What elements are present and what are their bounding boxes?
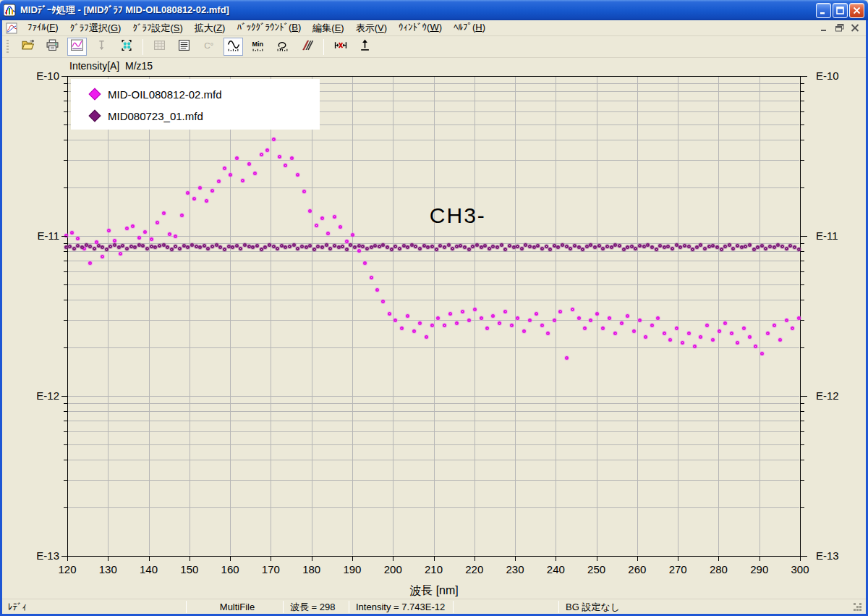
y-tick-minor [801, 460, 804, 460]
app-icon [4, 4, 17, 17]
data-point [143, 230, 147, 234]
y-tick-major [61, 236, 67, 237]
y-tick-major [61, 556, 67, 557]
data-point [357, 249, 361, 253]
y-tick-minor [801, 284, 804, 285]
title-bar[interactable]: MIDﾃﾞｰﾀ処理 - [MIDｸﾞﾗﾌ MID-OIL080812-02.mf… [0, 0, 868, 20]
x-tick [149, 557, 150, 561]
x-tick [637, 557, 638, 561]
y-tick-minor [801, 347, 804, 348]
toolbar-separator [323, 39, 324, 55]
x-tick-label: 230 [499, 563, 531, 575]
data-point [791, 326, 794, 330]
x-tick [108, 557, 109, 561]
data-point [398, 247, 401, 250]
export-up-button[interactable] [355, 38, 375, 56]
document-graph-icon[interactable] [6, 22, 17, 34]
data-point [565, 245, 569, 248]
menu-item-zoom[interactable]: 拡大(Z) [189, 20, 231, 36]
list-view-button[interactable] [174, 38, 194, 56]
data-point [345, 248, 349, 251]
data-point [720, 248, 723, 251]
data-point [498, 321, 501, 325]
menu-item-file[interactable]: ﾌｧｲﾙ(F) [22, 20, 64, 36]
status-panel-spare [456, 601, 560, 613]
data-point [328, 247, 332, 250]
chart-annotation: CH3- [430, 203, 486, 228]
y-tick-label: E-12 [26, 389, 59, 402]
data-point [390, 248, 393, 251]
y-tick-minor [64, 411, 67, 412]
data-point [203, 244, 206, 248]
data-point [418, 247, 422, 250]
y-tick-minor [64, 271, 67, 272]
clear-zoom-button[interactable] [331, 38, 350, 56]
chart-area[interactable]: Intensity[A] M/z15 MID-OIL080812-02.mfdM… [0, 0, 868, 616]
child-minimize-button[interactable] [819, 23, 830, 33]
data-point [508, 244, 511, 248]
data-point [425, 335, 428, 339]
data-point [235, 244, 239, 248]
data-point [691, 248, 694, 251]
fit-view-button[interactable] [116, 38, 136, 56]
menu-item-help[interactable]: ﾍﾙﾌﾟ(H) [448, 20, 491, 36]
temperature-axis-button: C° [199, 38, 218, 56]
data-point [728, 243, 731, 247]
data-point [280, 244, 284, 248]
y-tick-minor [801, 507, 804, 508]
x-tick-label: 220 [459, 563, 490, 575]
data-point [535, 312, 538, 316]
y-tick-major [61, 396, 67, 397]
data-point [655, 248, 658, 251]
data-point [217, 180, 221, 183]
y-tick-minor [801, 91, 804, 92]
y-tick-minor [801, 431, 804, 432]
data-point [455, 321, 459, 325]
menu-item-edit[interactable]: 編集(E) [307, 20, 349, 36]
y-tick-minor [64, 300, 67, 300]
data-point [797, 316, 801, 320]
data-point [105, 248, 109, 251]
menu-item-background[interactable]: ﾊﾞｯｸｸﾞﾗｳﾝﾄﾞ(B) [231, 20, 307, 36]
y-tick-label: E-11 [816, 229, 849, 242]
data-point [156, 221, 159, 224]
x-tick-label: 180 [296, 563, 328, 575]
y-tick-minor [801, 243, 804, 244]
x-tick [190, 557, 190, 561]
auto-rescale-button[interactable] [273, 38, 292, 56]
toolbar: C°Min [2, 36, 866, 58]
wave-display-button[interactable] [224, 38, 243, 56]
open-file-button[interactable] [18, 38, 38, 56]
menu-item-graph-select[interactable]: ｸﾞﾗﾌ選択(G) [64, 20, 127, 36]
graph-display-button[interactable] [67, 38, 87, 56]
data-point [315, 224, 318, 227]
x-tick-label: 240 [540, 563, 571, 575]
data-point [388, 312, 391, 316]
child-restore-button[interactable] [834, 23, 845, 33]
data-point [101, 255, 104, 258]
y-tick-minor [801, 261, 804, 261]
x-tick [393, 557, 393, 561]
y-tick-minor [801, 421, 804, 421]
minimize-button[interactable] [816, 3, 831, 18]
data-point [210, 189, 214, 193]
background-filter-button[interactable] [297, 38, 317, 56]
status-separator [186, 601, 187, 613]
menu-item-window[interactable]: ｳｨﾝﾄﾞｳ(W) [393, 20, 448, 36]
maximize-button[interactable] [833, 3, 848, 18]
min-scale-button[interactable]: Min [248, 38, 268, 56]
data-point [178, 247, 182, 250]
child-close-button[interactable] [849, 23, 860, 33]
data-point [608, 316, 611, 320]
y-tick-minor [64, 421, 67, 421]
close-button[interactable] [849, 3, 864, 18]
data-point [162, 243, 166, 247]
y-tick-minor [801, 111, 804, 112]
y-tick-minor [801, 160, 804, 161]
menu-item-graph-config[interactable]: ｸﾞﾗﾌ設定(S) [127, 20, 188, 36]
menu-item-view[interactable]: 表示(V) [350, 20, 393, 36]
data-point [337, 245, 341, 249]
print-button[interactable] [43, 38, 62, 56]
toolbar-grip[interactable] [7, 40, 9, 54]
y-tick-major [801, 396, 807, 397]
